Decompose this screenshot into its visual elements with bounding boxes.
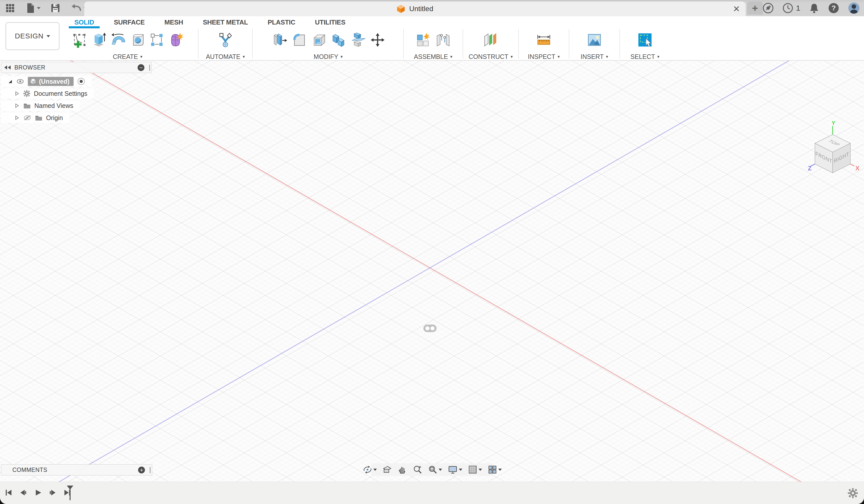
browser-tree: (Unsaved) [1,76,94,125]
tab-solid[interactable]: SOLID [73,16,96,28]
browser-drag-grip[interactable] [149,65,150,71]
joint-button[interactable] [435,32,451,48]
rectangular-pattern-button[interactable] [150,33,165,47]
pan-button[interactable] [396,465,409,475]
automate-dropdown[interactable]: AUTOMATE▾ [206,53,245,60]
measure-icon [536,32,552,48]
disclosure-expanded-icon[interactable] [8,79,13,84]
comments-title: COMMENTS [12,467,47,474]
view-cube[interactable]: Y Z X TOP FRONT RIGHT [807,121,861,177]
user-avatar[interactable] [848,2,860,14]
document-node[interactable]: (Unsaved) [28,77,74,86]
activate-radio[interactable] [77,77,85,85]
modify-dropdown[interactable]: MODIFY▾ [314,53,343,60]
tab-mesh[interactable]: MESH [163,16,185,28]
x-axis-label: X [855,165,860,172]
construct-dropdown[interactable]: CONSTRUCT▾ [469,53,513,60]
move-copy-button[interactable] [370,33,385,47]
create-sketch-button[interactable] [71,32,87,48]
extensions-button[interactable] [763,2,774,14]
browser-panel-header[interactable]: BROWSER − [1,62,152,73]
split-body-button[interactable] [350,32,367,48]
z-axis-label: Z [808,165,812,172]
group-divider [463,29,463,59]
tab-plastic[interactable]: PLASTIC [266,16,297,28]
grid-settings-icon [468,465,478,475]
workspace-selector[interactable]: DESIGN [5,22,59,50]
group-assemble: ASSEMBLE▾ [410,29,457,60]
origin-marker[interactable] [423,324,437,333]
select-dropdown[interactable]: SELECT▾ [631,53,660,60]
close-tab-button[interactable]: ✕ [733,4,740,13]
group-divider [198,29,199,59]
grid-settings-button[interactable] [466,465,483,475]
go-to-start-button[interactable] [4,488,13,498]
step-forward-button[interactable] [48,488,57,498]
document-tab[interactable]: Untitled ✕ [84,1,746,16]
tab-sheet-metal[interactable]: SHEET METAL [201,16,249,28]
comments-drag-grip[interactable] [150,467,151,473]
save-button[interactable] [51,3,60,13]
create-form-button[interactable] [168,32,184,48]
group-select: SELECT▾ [626,29,664,60]
timeline-settings-gear-icon[interactable] [848,488,858,498]
disclosure-collapsed-icon[interactable] [15,115,20,120]
fillet-button[interactable] [291,32,308,48]
display-settings-button[interactable] [446,465,464,475]
play-button[interactable] [33,488,43,498]
extrude-button[interactable] [91,32,107,48]
comments-panel-header[interactable]: COMMENTS + [1,464,152,476]
new-tab-button[interactable]: + [747,1,763,15]
combine-button[interactable] [331,32,347,48]
construction-plane-button[interactable] [483,32,499,48]
viewports-button[interactable] [486,465,503,475]
visibility-eye-icon[interactable] [16,78,24,84]
inspect-dropdown[interactable]: INSPECT▾ [528,53,560,60]
shell-icon [311,32,327,48]
new-component-button[interactable] [415,32,432,48]
group-automate: AUTOMATE▾ [205,29,245,60]
collapse-panel-icon[interactable] [4,65,11,70]
orbit-button[interactable] [361,465,379,475]
disclosure-collapsed-icon[interactable] [15,91,20,96]
automated-modeling-button[interactable] [217,32,233,48]
pan-hand-icon [398,465,407,475]
browser-row-origin[interactable]: Origin [1,113,70,123]
joint-icon [435,32,451,48]
step-back-button[interactable] [19,488,28,498]
browser-row-document-settings[interactable]: Document Settings [1,88,94,99]
shell-button[interactable] [311,32,327,48]
look-at-icon [382,465,392,475]
timeline-position-marker[interactable] [66,485,74,501]
window-zoom-button[interactable] [427,465,444,475]
assemble-dropdown[interactable]: ASSEMBLE▾ [414,53,452,60]
revolve-button[interactable] [111,32,127,48]
visibility-off-eye-icon[interactable] [23,114,31,121]
add-comment-button[interactable]: + [138,467,145,474]
modeling-canvas[interactable]: BROWSER − [0,61,864,482]
browser-row-unsaved[interactable]: (Unsaved) [1,76,92,86]
app-grid-button[interactable] [5,3,15,13]
tab-utilities[interactable]: UTILITIES [313,16,347,28]
insert-canvas-button[interactable] [586,32,602,48]
browser-row-named-views[interactable]: Named Views [1,101,80,111]
browser-collapse-button[interactable]: − [137,64,144,71]
measure-button[interactable] [536,32,552,48]
notifications-button[interactable] [809,2,819,14]
help-button[interactable]: ? [828,2,839,14]
insert-dropdown[interactable]: INSERT▾ [581,53,608,60]
viewports-icon [488,465,497,475]
create-dropdown[interactable]: CREATE▾ [113,53,142,60]
select-button[interactable] [637,32,653,48]
hole-button[interactable] [131,32,146,48]
file-menu-button[interactable] [26,3,40,13]
zoom-button[interactable] [411,465,424,475]
file-dropdown-arrow [37,7,40,9]
document-node-label: (Unsaved) [39,78,70,85]
press-pull-button[interactable] [272,32,288,48]
disclosure-collapsed-icon[interactable] [15,103,20,108]
job-status-button[interactable] [782,2,793,14]
workspace-dropdown-arrow [47,35,50,37]
look-at-button[interactable] [381,465,394,475]
tab-surface[interactable]: SURFACE [112,16,146,28]
